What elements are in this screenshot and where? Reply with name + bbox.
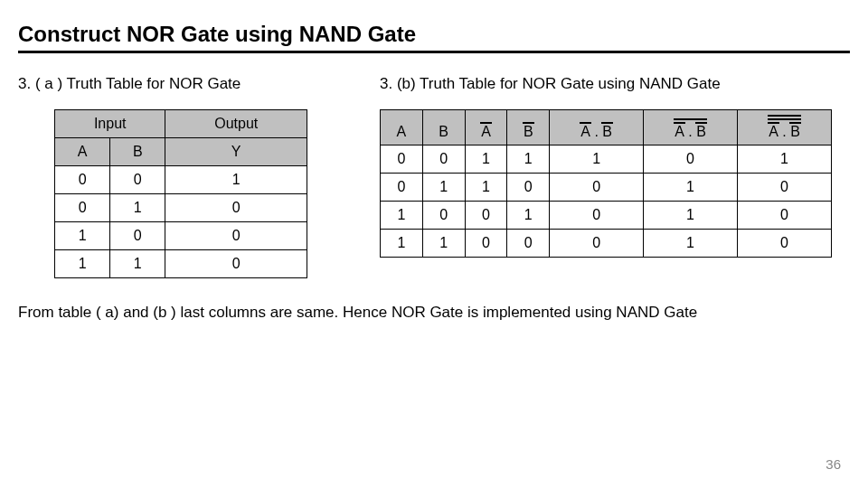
table-row: 0 1 1 0 0 1 0 [381,174,832,202]
nor-truth-table: Input Output A B Y 0 0 1 0 1 0 [54,109,307,278]
header-a: A [55,138,110,166]
right-caption: 3. (b) Truth Table for NOR Gate using NA… [380,75,850,93]
header-b: B [110,138,165,166]
header-col-3: B [507,110,550,145]
header-col-2: A [465,110,507,145]
table-row: 0 0 1 [55,166,307,194]
header-col-0: A [381,110,423,145]
table-row: 1 1 0 [55,250,307,278]
left-caption: 3. ( a ) Truth Table for NOR Gate [18,75,344,93]
page-title: Construct NOR Gate using NAND Gate [18,22,850,53]
header-col-1: B [422,110,465,145]
table-row: 0 0 1 1 1 0 1 [381,145,832,174]
header-y: Y [165,138,307,166]
header-col-5: A . B [644,110,738,145]
header-col-4: A . B [550,110,644,145]
nand-construction-table: ABABA . BA . BA . B 0 0 1 1 1 0 1 0 1 1 … [380,109,832,258]
header-input-group: Input [55,110,165,138]
page-number: 36 [826,456,841,472]
table-row: 0 1 0 [55,194,307,222]
header-col-6: A . B [738,110,832,145]
table-row: 1 1 0 0 0 1 0 [381,230,832,258]
table-row: 1 0 0 1 0 1 0 [381,202,832,230]
table-row: 1 0 0 [55,222,307,250]
header-output-group: Output [165,110,307,138]
conclusion-text: From table ( a) and (b ) last columns ar… [18,304,850,322]
